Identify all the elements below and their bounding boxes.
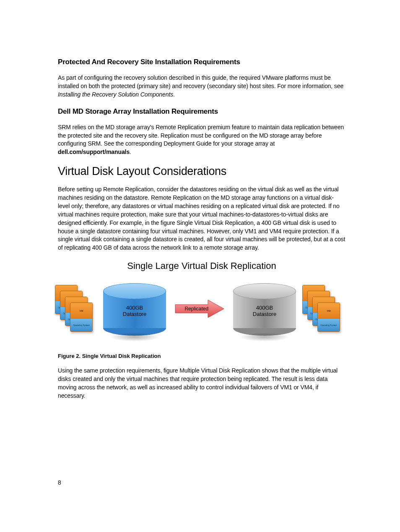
disk-size: 400GB <box>256 304 273 310</box>
arrow-label: Replicated <box>184 306 208 312</box>
figure-title: Single Large Virtual Disk Replication <box>58 261 345 271</box>
vm-label: VM <box>318 303 340 318</box>
figure-single-vdisk: Single Large Virtual Disk Replication VM… <box>58 261 345 359</box>
disk-label: Datastore <box>123 311 146 317</box>
text-italic: Installing the Recovery Solution Compone… <box>58 91 173 98</box>
text: . <box>130 149 131 155</box>
replication-arrow: Replicated <box>174 298 225 319</box>
vm-card: VMOperating System <box>317 303 340 332</box>
vm-card: VMOperating System <box>70 303 93 332</box>
text: As part of configuring the recovery solu… <box>58 74 343 89</box>
heading-virtual-disk-layout: Virtual Disk Layout Considerations <box>58 165 345 178</box>
document-page: Protected And Recovery Site Installation… <box>0 0 400 532</box>
paragraph-multiple-vdisk: Using the same protection requirements, … <box>58 367 345 400</box>
figure-caption: Figure 2. Single Virtual Disk Replicatio… <box>58 353 345 359</box>
heading-dell-md: Dell MD Storage Array Installation Requi… <box>58 107 345 116</box>
page-number: 8 <box>58 479 61 486</box>
vm-os-label: Operating System <box>70 319 92 332</box>
paragraph-srm: SRM relies on the MD storage array's Rem… <box>58 123 345 157</box>
datastore-cylinder-target: 400GBDatastore <box>233 283 296 336</box>
text-bold-link: dell.com/support/manuals <box>58 149 130 155</box>
paragraph-layout: Before setting up Remote Replication, co… <box>58 185 345 252</box>
heading-protected-recovery: Protected And Recovery Site Installation… <box>58 58 345 66</box>
disk-size: 400GB <box>126 304 143 310</box>
vm-stack-left: VMOperating System VMOperating System VM… <box>55 285 93 335</box>
vm-stack-right: VMOperating System VMOperating System VM… <box>302 285 340 335</box>
datastore-cylinder-source: 400GBDatastore <box>103 283 166 336</box>
vm-label: VM <box>70 303 92 318</box>
vm-os-label: Operating System <box>318 319 340 332</box>
text: SRM relies on the MD storage array's Rem… <box>58 124 344 147</box>
text: . <box>173 91 175 98</box>
paragraph-intro: As part of configuring the recovery solu… <box>58 74 345 99</box>
diagram: VMOperating System VMOperating System VM… <box>59 277 344 349</box>
disk-label: Datastore <box>253 311 276 317</box>
